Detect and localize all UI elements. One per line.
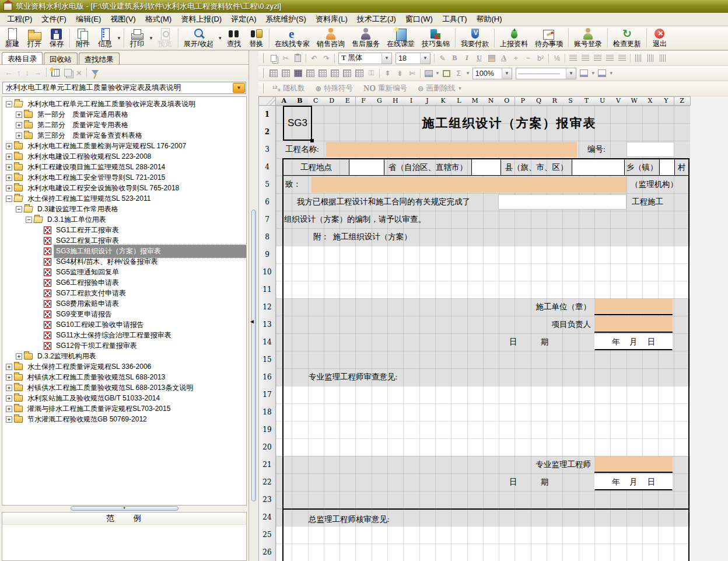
column-header-A[interactable]: A (276, 96, 292, 106)
menu-item-6[interactable]: 评定(A) (226, 12, 261, 26)
tree-item[interactable]: SG1工程开工报审表 (2, 225, 246, 235)
column-header-K[interactable]: K (435, 96, 452, 106)
new-button[interactable]: 新建 (1, 27, 23, 49)
expand-toggle-icon[interactable]: + (6, 395, 12, 402)
column-header-W[interactable]: W (626, 96, 643, 106)
upload-button[interactable]: 上报资料 (496, 27, 531, 49)
filter-icon[interactable] (92, 70, 99, 75)
tree-item[interactable]: SG7工程款支付申请表 (2, 288, 246, 298)
todo-button[interactable]: 待办事项 (531, 27, 566, 49)
row-header-23[interactable]: 23 (258, 491, 276, 509)
tree-item[interactable]: +村镇供水工程施工质量验收规范SL 688-2013 (2, 372, 246, 382)
row-header-21[interactable]: 21 (258, 456, 276, 474)
exit-button[interactable]: 退出 (649, 27, 671, 49)
horizontal-splitter[interactable]: ▾ (0, 506, 249, 511)
tab-form-catalog[interactable]: 表格目录 (2, 52, 43, 64)
tree-item[interactable]: +灌溉与排水工程施工质量评定规程SL703-2015 (2, 403, 246, 414)
contractor-seal-input[interactable] (594, 299, 673, 315)
row-header-8[interactable]: 8 (258, 228, 276, 246)
update-button[interactable]: 检查更新 (610, 27, 645, 49)
expand-toggle-icon[interactable]: + (6, 164, 12, 170)
row-header-26[interactable]: 26 (258, 543, 276, 561)
tab-recycle-bin[interactable]: 回收站 (44, 53, 78, 64)
dropdown-arrow-icon[interactable]: ▼ (149, 36, 153, 41)
collapse-panel-icon[interactable]: ◄ (249, 318, 255, 325)
project-input[interactable] (498, 194, 626, 210)
replace-button[interactable]: 替换 (245, 27, 267, 49)
tree-item[interactable]: −水利水电工程单元工程施工质量验收评定表及填表说明 (2, 99, 246, 109)
print-button[interactable]: 打印 (126, 27, 148, 49)
row-header-7[interactable]: 7 (258, 211, 276, 229)
expand-toggle-icon[interactable]: + (6, 374, 12, 381)
expand-toggle-icon[interactable]: + (6, 385, 12, 391)
nav-down-button[interactable]: ↓ (26, 68, 30, 77)
tree-item[interactable]: +水利水电工程施工质量检测与评定规程SL 176-2007 (2, 141, 246, 151)
menu-item-11[interactable]: 工具(T) (438, 12, 472, 26)
nav-up-button[interactable]: ↑ (17, 68, 21, 77)
row-header-3[interactable]: 3 (258, 141, 276, 159)
province-input[interactable] (349, 159, 384, 175)
chevron-down-icon[interactable]: ▼ (502, 68, 512, 79)
save-button[interactable]: 保存 (46, 27, 68, 49)
tree-item[interactable]: +水利水电建设工程安全设施验收导则SL 765-2018 (2, 183, 246, 193)
chevron-down-icon[interactable]: ▼ (566, 68, 576, 79)
row-header-10[interactable]: 10 (258, 263, 276, 281)
tree-item[interactable]: SG3施工组织设计（方案）报审表 (2, 246, 246, 256)
column-header-N[interactable]: N (483, 96, 499, 106)
font-name-combobox[interactable]: T黑体▼ (338, 53, 392, 64)
service-button[interactable]: 售后服务 (348, 27, 383, 49)
column-header-H[interactable]: H (387, 96, 404, 106)
expand-toggle-icon[interactable]: + (6, 143, 12, 149)
menu-item-10[interactable]: 窗口(W) (401, 12, 438, 26)
row-header-9[interactable]: 9 (258, 246, 276, 264)
row-header-13[interactable]: 13 (258, 316, 276, 334)
expand-toggle-icon[interactable]: + (6, 185, 12, 191)
tree-item[interactable]: SG10工程竣工验收申请报告 (2, 319, 246, 330)
row-header-25[interactable]: 25 (258, 526, 276, 544)
tips-button[interactable]: 技巧集锦 (418, 27, 453, 49)
column-header-Y[interactable]: Y (658, 96, 674, 106)
collapse-toggle-icon[interactable]: − (6, 196, 12, 202)
tree-item[interactable]: +节水灌溉工程验收规范GB 50769-2012 (2, 414, 246, 424)
combobox-dropdown-button[interactable]: ▼ (233, 83, 245, 93)
tree-item[interactable]: +村镇供水工程施工质量验收规范SL 688-2013条文说明 (2, 382, 246, 393)
supervision-org-input[interactable] (312, 177, 626, 193)
expand-toggle-icon[interactable]: + (6, 364, 12, 370)
menu-item-2[interactable]: 编辑(E) (71, 12, 106, 26)
tree-item[interactable]: SG8费用索赔申请表 (2, 298, 246, 309)
tree-item[interactable]: SG2工程复工报审表 (2, 235, 246, 246)
expand-toggle-icon[interactable]: + (16, 111, 22, 118)
tree-item[interactable]: SG11水土保持综合治理工程量报审表 (2, 330, 246, 340)
project-name-input[interactable] (326, 142, 577, 157)
row-header-2[interactable]: 2 (258, 123, 276, 141)
row-header-24[interactable]: 24 (258, 508, 276, 527)
collapse-toggle-icon[interactable]: − (26, 217, 32, 223)
row-header-5[interactable]: 5 (258, 176, 276, 194)
row-header-19[interactable]: 19 (258, 421, 276, 439)
column-header-Q[interactable]: Q (531, 96, 547, 106)
menu-item-3[interactable]: 视图(V) (106, 12, 140, 26)
splitter-handle[interactable]: ▾ (71, 506, 178, 511)
tree-item[interactable]: +第三部分 质量评定备查资料表格 (2, 130, 246, 141)
tree-item[interactable]: SG5监理通知回复单 (2, 267, 246, 277)
menu-item-0[interactable]: 工程(P) (2, 12, 37, 26)
supervising-engineer-input[interactable] (594, 457, 673, 473)
add-form-icon[interactable] (51, 69, 60, 76)
font-size-combobox[interactable]: 18▼ (396, 53, 430, 64)
open-button[interactable]: 打开 (23, 27, 46, 49)
column-header-X[interactable]: X (642, 96, 659, 106)
tree-item[interactable]: SG9变更申请报告 (2, 309, 246, 319)
zoom-combobox[interactable]: 100%▼ (473, 68, 512, 79)
selection-handle[interactable] (310, 139, 314, 142)
expand-toggle-icon[interactable]: + (16, 133, 22, 139)
catalog-combobox[interactable]: 水利水电工程单元工程施工质量验收评定表及填表说明 ▼ (2, 82, 246, 94)
menu-item-1[interactable]: 文件(F) (37, 12, 71, 26)
column-header-E[interactable]: E (340, 96, 356, 106)
collapse-toggle-icon[interactable]: − (16, 206, 22, 212)
tree-item[interactable]: −D.3建设监理工作常用表格 (2, 204, 246, 214)
menu-item-12[interactable]: 帮助(H) (471, 12, 506, 26)
column-header-C[interactable]: C (308, 96, 324, 106)
expand-toggle-icon[interactable]: + (6, 175, 12, 181)
sales-button[interactable]: 销售咨询 (313, 27, 348, 49)
class-button[interactable]: 在线课堂 (383, 27, 418, 49)
